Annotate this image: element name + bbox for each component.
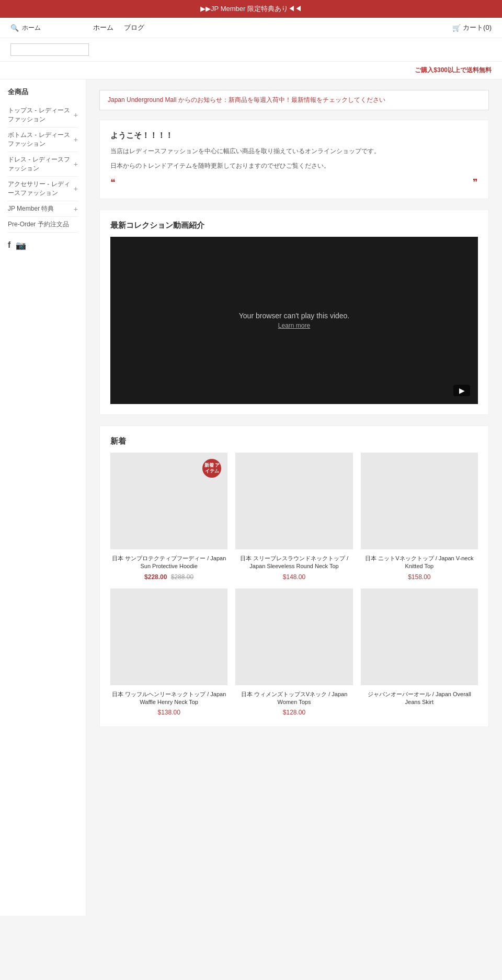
product-name-6: ジャパンオーバーオール / Japan Overall Jeans Skirt: [361, 690, 478, 707]
product-image-4: [110, 589, 227, 685]
facebook-icon[interactable]: f: [8, 240, 10, 250]
product-image-1: 新着 アイテム: [110, 453, 227, 549]
product-name-1: 日本 サンプロテクティブフーディー / Japan Sun Protective…: [110, 555, 227, 571]
top-banner: ▶▶JP Member 限定特典あり◀◀: [0, 0, 502, 18]
sidebar-jp-member-label: JP Member 特典: [8, 204, 54, 213]
products-section: 新着 新着 アイテム 日本 サンプロテクティブフーディー / Japan Sun…: [99, 425, 489, 728]
sidebar-preorder-label: Pre-Order 予約注文品: [8, 220, 69, 229]
banner-text: ▶▶JP Member 限定特典あり◀◀: [200, 5, 302, 13]
quote-left: ❝: [110, 177, 116, 188]
video-section-title: 最新コレクション動画紹介: [110, 221, 478, 230]
sidebar-jp-member-expand[interactable]: +: [74, 205, 78, 213]
sidebar-accessories-label: アクセサリー - レディースファッション: [8, 180, 74, 198]
membership-amount: $300: [433, 66, 448, 74]
main-layout: 全商品 トップス - レディースファッション + ボトムス - レディースファッ…: [0, 79, 502, 916]
store-notice-link[interactable]: Japan Underground Mall からのお知らせ：新商品を毎週入荷中…: [108, 96, 385, 103]
product-name-2: 日本 スリーブレスラウンドネックトップ / Japan Sleeveless R…: [235, 555, 352, 571]
sidebar-social: f 📷: [8, 240, 78, 250]
price-regular-2: $148.00: [283, 573, 305, 581]
sidebar-title: 全商品: [8, 87, 78, 97]
price-regular-3: $158.00: [408, 573, 430, 581]
search-icon[interactable]: 🔍: [10, 24, 19, 32]
price-regular-5: $128.00: [283, 709, 305, 716]
video-section: 最新コレクション動画紹介 Your browser can't play thi…: [99, 210, 489, 415]
product-name-5: 日本 ウィメンズトップスVネック / Japan Women Tops: [235, 690, 352, 707]
product-name-3: 日本 ニットVネックトップ / Japan V-neck Knitted Top: [361, 555, 478, 571]
product-name-4: 日本 ワッフルヘンリーネックトップ / Japan Waffle Henry N…: [110, 690, 227, 707]
quote-row: ❝ ❞: [110, 177, 478, 188]
product-price-2: $148.00: [235, 573, 352, 581]
cart-icon: 🛒: [452, 24, 461, 32]
product-image-3: [361, 453, 478, 549]
welcome-section: ようこそ！！！！ 当店はレディースファッションを中心に幅広い商品を取り揃えている…: [99, 120, 489, 199]
membership-bar: ご購入$300以上で送料無料: [0, 62, 502, 79]
sidebar-item-dresses[interactable]: ドレス - レディースファッション +: [8, 152, 78, 177]
sidebar-item-bottoms[interactable]: ボトムス - レディースファッション +: [8, 128, 78, 152]
video-browser-message: Your browser can't play this video.: [239, 312, 350, 320]
store-notice: Japan Underground Mall からのお知らせ：新商品を毎週入荷中…: [99, 90, 489, 110]
header-search-area: 🔍 ホーム: [10, 24, 41, 32]
youtube-icon[interactable]: ▶: [453, 385, 470, 396]
sidebar-dresses-expand[interactable]: +: [74, 160, 78, 168]
product-image-2: [235, 453, 352, 549]
search-label: ホーム: [22, 24, 41, 32]
price-sale-1: $228.00: [144, 573, 167, 581]
header-cart[interactable]: 🛒 カート(0): [452, 23, 492, 32]
sidebar-item-accessories[interactable]: アクセサリー - レディースファッション +: [8, 177, 78, 201]
welcome-text-1: 当店はレディースファッションを中心に幅広い商品を取り揃えているオンラインショップ…: [110, 146, 478, 156]
sidebar: 全商品 トップス - レディースファッション + ボトムス - レディースファッ…: [0, 79, 86, 916]
sidebar-tops-expand[interactable]: +: [74, 111, 78, 119]
product-image-6: [361, 589, 478, 685]
product-card-5[interactable]: 日本 ウィメンズトップスVネック / Japan Women Tops $128…: [235, 589, 352, 717]
product-card-4[interactable]: 日本 ワッフルヘンリーネックトップ / Japan Waffle Henry N…: [110, 589, 227, 717]
product-image-5: [235, 589, 352, 685]
sidebar-item-preorder[interactable]: Pre-Order 予約注文品: [8, 217, 78, 233]
product-card-6[interactable]: ジャパンオーバーオール / Japan Overall Jeans Skirt: [361, 589, 478, 717]
products-grid: 新着 アイテム 日本 サンプロテクティブフーディー / Japan Sun Pr…: [110, 453, 478, 717]
instagram-icon[interactable]: 📷: [16, 240, 26, 250]
quote-right: ❞: [473, 177, 478, 188]
sidebar-bottoms-label: ボトムス - レディースファッション: [8, 131, 74, 148]
price-original-1: $288.00: [171, 573, 193, 581]
products-section-title: 新着: [110, 436, 478, 446]
product-price-4: $138.00: [110, 709, 227, 716]
nav-home[interactable]: ホーム: [93, 23, 113, 32]
search-input[interactable]: [10, 43, 89, 56]
sidebar-tops-label: トップス - レディースファッション: [8, 106, 74, 124]
price-regular-4: $138.00: [157, 709, 180, 716]
sidebar-accessories-expand[interactable]: +: [74, 185, 78, 193]
sidebar-dresses-label: ドレス - レディースファッション: [8, 155, 74, 173]
video-learn-more-link[interactable]: Learn more: [278, 322, 310, 329]
product-card-3[interactable]: 日本 ニットVネックトップ / Japan V-neck Knitted Top…: [361, 453, 478, 581]
header-nav: ホーム ブログ: [93, 23, 144, 32]
search-bar-row: [0, 38, 502, 62]
sidebar-item-jp-member[interactable]: JP Member 特典 +: [8, 201, 78, 217]
product-price-3: $158.00: [361, 573, 478, 581]
product-price-5: $128.00: [235, 709, 352, 716]
nav-blog[interactable]: ブログ: [124, 23, 144, 32]
cart-label: カート(0): [463, 23, 492, 32]
welcome-title: ようこそ！！！！: [110, 131, 478, 141]
sidebar-bottoms-expand[interactable]: +: [74, 135, 78, 144]
product-badge-1: 新着 アイテム: [202, 459, 221, 478]
sidebar-item-tops[interactable]: トップス - レディースファッション +: [8, 103, 78, 128]
product-price-1: $228.00 $288.00: [110, 573, 227, 581]
video-player[interactable]: Your browser can't play this video. Lear…: [110, 237, 478, 404]
product-card-2[interactable]: 日本 スリーブレスラウンドネックトップ / Japan Sleeveless R…: [235, 453, 352, 581]
header: 🔍 ホーム ホーム ブログ 🛒 カート(0): [0, 18, 502, 38]
product-card-1[interactable]: 新着 アイテム 日本 サンプロテクティブフーディー / Japan Sun Pr…: [110, 453, 227, 581]
membership-text: ご購入$300以上で送料無料: [415, 66, 492, 74]
welcome-text-2: 日本からのトレンドアイテムを随時更新しておりますのでぜひご覧ください。: [110, 160, 478, 171]
content-area: Japan Underground Mall からのお知らせ：新商品を毎週入荷中…: [86, 79, 502, 916]
